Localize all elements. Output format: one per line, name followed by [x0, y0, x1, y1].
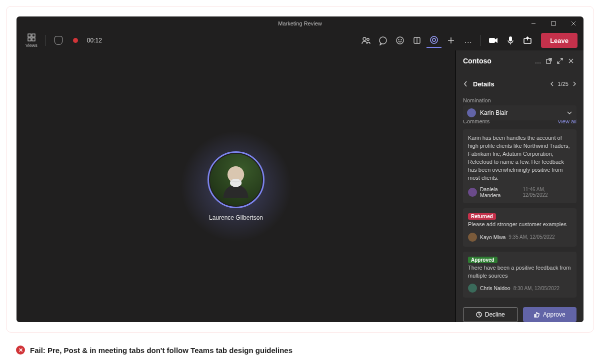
author-avatar: [468, 233, 477, 242]
decline-button[interactable]: Decline: [463, 307, 518, 322]
meeting-timer: 00:12: [87, 37, 102, 44]
pager-count: 1/25: [558, 81, 568, 87]
author-avatar: [468, 188, 477, 197]
comment-text: There have been a positive feedback from…: [468, 264, 572, 280]
comment-card: Approved There have been a positive feed…: [463, 252, 576, 298]
minimize-button[interactable]: [524, 16, 544, 30]
status-badge: Approved: [468, 257, 498, 263]
nomination-label: Nomination: [463, 97, 576, 103]
panel-subheader: Details 1/25: [456, 71, 584, 96]
meeting-toolbar: Views 00:12 …: [16, 30, 584, 50]
mic-button[interactable]: [503, 33, 518, 48]
close-button[interactable]: [564, 16, 584, 30]
comment-card: Returned Please add stronger customer ex…: [463, 208, 576, 247]
fail-icon: ✕: [16, 346, 25, 355]
window-title: Marketing Review: [278, 20, 322, 26]
panel-expand-icon[interactable]: [554, 57, 566, 64]
camera-button[interactable]: [486, 33, 501, 48]
caption-text: Fail: Pre, Post & in meeting tabs don't …: [30, 346, 292, 355]
svg-point-11: [396, 37, 404, 44]
svg-rect-21: [509, 36, 512, 41]
decline-label: Decline: [485, 311, 505, 318]
nominee-name: Karin Blair: [480, 109, 566, 116]
reactions-button[interactable]: [392, 33, 408, 48]
window-controls: [524, 16, 584, 30]
participant-name: Laurence Gilbertson: [209, 214, 263, 221]
comment-card: Karin has been handles the account of hi…: [463, 129, 576, 203]
share-button[interactable]: [520, 33, 535, 48]
pager-next-icon[interactable]: [572, 81, 576, 87]
panel-more-icon[interactable]: …: [532, 57, 544, 65]
svg-point-12: [398, 39, 399, 40]
maximize-button[interactable]: [544, 16, 564, 30]
side-panel: Contoso … Details 1/25 Nomin: [456, 50, 584, 322]
chat-button[interactable]: [376, 33, 390, 48]
nominee-avatar: [467, 108, 476, 117]
comment-text: Karin has been handles the account of hi…: [468, 134, 572, 182]
comment-time: 9:35 AM, 12/05/2022: [508, 234, 554, 240]
comment-text: Please add stronger customer examples: [468, 221, 572, 229]
comment-time: 8:30 AM, 12/05/2022: [514, 286, 560, 291]
panel-actions: Decline Approve: [456, 302, 584, 322]
svg-point-24: [230, 179, 242, 187]
svg-rect-5: [32, 34, 35, 37]
svg-rect-1: [552, 21, 556, 25]
svg-rect-4: [28, 34, 31, 37]
comment-time: 11:46 AM, 12/05/2022: [523, 187, 572, 198]
approve-label: Approve: [543, 311, 566, 318]
chevron-down-icon: [566, 111, 572, 115]
views-button[interactable]: Views: [22, 32, 40, 49]
separator: [46, 35, 46, 46]
svg-rect-29: [534, 315, 536, 317]
participant-avatar: [208, 151, 264, 208]
approve-button[interactable]: Approve: [523, 307, 577, 322]
leave-button[interactable]: Leave: [541, 33, 578, 48]
svg-point-8: [363, 37, 366, 40]
privacy-shield-icon[interactable]: [51, 33, 66, 48]
details-heading: Details: [473, 80, 550, 88]
meeting-stage: Laurence Gilbertson: [16, 50, 456, 322]
author-name: Daniela Mandera: [480, 186, 520, 198]
svg-point-9: [367, 38, 369, 40]
people-button[interactable]: [358, 33, 374, 48]
svg-point-17: [432, 38, 436, 41]
pager-prev-icon[interactable]: [550, 81, 554, 87]
svg-point-13: [401, 39, 402, 40]
add-app-button[interactable]: [444, 33, 458, 48]
title-bar: Marketing Review: [16, 16, 584, 30]
svg-point-16: [430, 36, 438, 43]
figure-caption: ✕ Fail: Pre, Post & in meeting tabs don'…: [16, 346, 292, 355]
author-name: Kayo Miwa: [480, 234, 506, 240]
svg-rect-20: [489, 38, 495, 43]
rooms-button[interactable]: [410, 33, 424, 48]
example-frame: Marketing Review Views 00:12: [6, 6, 594, 333]
svg-rect-6: [28, 38, 31, 41]
panel-popout-icon[interactable]: [544, 57, 554, 64]
svg-rect-7: [32, 38, 35, 41]
panel-header: Contoso …: [456, 50, 584, 71]
more-actions-button[interactable]: …: [460, 33, 476, 48]
svg-point-10: [380, 37, 386, 44]
panel-close-icon[interactable]: [566, 58, 576, 64]
back-icon[interactable]: [463, 80, 468, 87]
apps-button[interactable]: [426, 33, 442, 48]
teams-meeting-window: Marketing Review Views 00:12: [16, 16, 584, 322]
author-avatar: [468, 284, 477, 293]
author-name: Chris Naidoo: [480, 285, 510, 291]
separator: [480, 35, 481, 46]
nominee-row[interactable]: Karin Blair: [463, 105, 576, 120]
record-indicator-icon: [68, 33, 83, 48]
pager: 1/25: [550, 81, 576, 87]
views-label: Views: [26, 43, 38, 48]
status-badge: Returned: [468, 213, 496, 220]
panel-title: Contoso: [463, 57, 532, 65]
